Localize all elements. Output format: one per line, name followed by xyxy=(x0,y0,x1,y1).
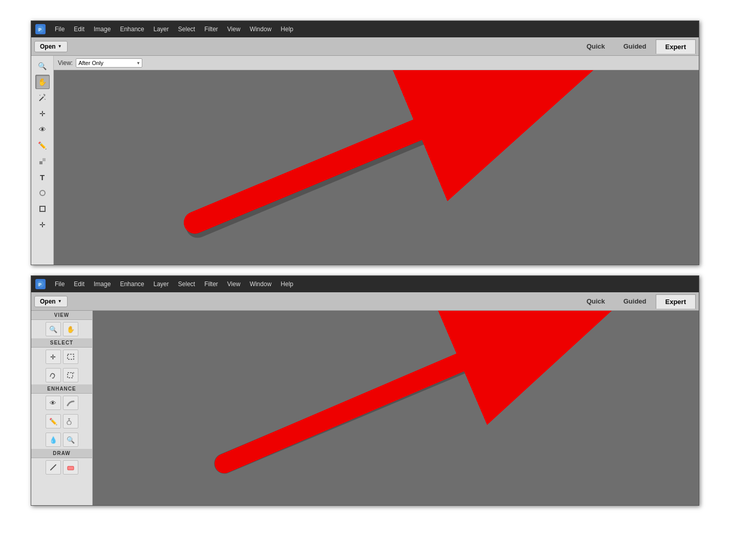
tool-sharpen-2[interactable]: 🔍 xyxy=(63,433,78,447)
tool-stamp-1[interactable] xyxy=(35,154,50,168)
red-arrows-2 xyxy=(93,311,699,505)
menu-view-2[interactable]: View xyxy=(223,278,245,290)
svg-line-18 xyxy=(73,372,74,373)
window-2: P File Edit Image Enhance Layer Select F… xyxy=(31,275,699,506)
enhance-tools-row-2: ✏️ xyxy=(31,412,92,430)
tool-zoom-1[interactable]: 🔍 xyxy=(35,59,50,73)
tool-hand-1[interactable]: ✋ xyxy=(35,75,50,89)
tool-smudge-2[interactable] xyxy=(63,396,78,410)
menu-file-2[interactable]: File xyxy=(51,278,69,290)
draw-tools-row xyxy=(31,458,92,477)
tool-clone-2[interactable] xyxy=(63,414,78,428)
menu-bar-2: File Edit Image Enhance Layer Select Fil… xyxy=(51,278,695,290)
app-icon-2: P xyxy=(35,279,46,289)
tool-redeye-2[interactable]: 👁 xyxy=(46,396,61,410)
tool-eraser-2[interactable] xyxy=(63,460,78,475)
svg-rect-9 xyxy=(40,206,45,211)
tool-magic-wand-1[interactable] xyxy=(35,91,50,105)
menu-layer-1[interactable]: Layer xyxy=(149,24,173,35)
svg-line-11 xyxy=(195,104,479,223)
tab-quick-2[interactable]: Quick xyxy=(577,294,614,309)
tool-magic-select-2[interactable] xyxy=(63,368,78,382)
tool-hand-2[interactable]: ✋ xyxy=(63,322,78,336)
toolbar-2: Open ▼ Quick Guided Expert xyxy=(31,292,699,311)
app-icon-1: P xyxy=(35,24,46,34)
menu-select-1[interactable]: Select xyxy=(174,24,199,35)
menu-image-1[interactable]: Image xyxy=(90,24,115,35)
svg-point-8 xyxy=(40,190,45,196)
menu-help-2[interactable]: Help xyxy=(276,278,297,290)
svg-rect-6 xyxy=(39,161,42,164)
menu-filter-1[interactable]: Filter xyxy=(200,24,222,35)
tool-transform-1[interactable]: ✛ xyxy=(35,218,50,232)
tool-pencil-2[interactable] xyxy=(46,460,61,475)
view-bar-1: View: After Only Before Only Before & Af… xyxy=(54,56,699,70)
mode-tabs-2: Quick Guided Expert xyxy=(577,294,696,309)
section-label-enhance: ENHANCE xyxy=(31,384,92,394)
menu-file-1[interactable]: File xyxy=(51,24,69,35)
tool-eye-1[interactable]: 👁 xyxy=(35,122,50,137)
svg-line-25 xyxy=(224,341,516,464)
menu-select-2[interactable]: Select xyxy=(174,278,199,290)
tab-expert-1[interactable]: Expert xyxy=(656,39,696,54)
open-button-2[interactable]: Open ▼ xyxy=(34,296,68,307)
tool-brush-2[interactable]: ✏️ xyxy=(46,414,61,428)
tab-expert-2[interactable]: Expert xyxy=(656,294,696,309)
menu-enhance-2[interactable]: Enhance xyxy=(116,278,148,290)
tab-quick-1[interactable]: Quick xyxy=(577,39,614,54)
svg-text:P: P xyxy=(38,282,41,287)
menu-filter-2[interactable]: Filter xyxy=(200,278,222,290)
enhance-tools-row-1: 👁 xyxy=(31,394,92,412)
menu-image-2[interactable]: Image xyxy=(90,278,115,290)
tool-move-1[interactable]: ✛ xyxy=(35,106,50,121)
window-1: P File Edit Image Enhance Layer Select F… xyxy=(31,20,699,265)
menu-view-1[interactable]: View xyxy=(223,24,245,35)
section-label-view: VIEW xyxy=(31,311,92,320)
titlebar-2: P File Edit Image Enhance Layer Select F… xyxy=(31,276,699,292)
tool-shape-1[interactable] xyxy=(35,186,50,200)
tool-sponge-2[interactable]: 💧 xyxy=(46,433,61,447)
open-arrow-1: ▼ xyxy=(58,44,62,49)
svg-rect-16 xyxy=(68,354,74,359)
svg-text:P: P xyxy=(38,27,41,32)
svg-line-22 xyxy=(51,465,56,470)
tool-lasso-2[interactable] xyxy=(46,368,61,382)
svg-point-19 xyxy=(67,421,71,425)
view-label-1: View: xyxy=(58,59,73,67)
svg-point-5 xyxy=(45,99,46,100)
svg-line-26 xyxy=(224,339,513,463)
enhance-tools-row-3: 💧 🔍 xyxy=(31,430,92,449)
canvas-wrapper-1: View: After Only Before Only Before & Af… xyxy=(54,56,699,265)
menu-layer-2[interactable]: Layer xyxy=(149,278,173,290)
content-area-1: 🔍 ✋ ✛ 👁 ✏️ T xyxy=(31,56,699,265)
view-select-wrapper: After Only Before Only Before & After - … xyxy=(76,58,142,68)
tab-guided-1[interactable]: Guided xyxy=(614,39,656,54)
view-tools-row: 🔍 ✋ xyxy=(31,320,92,338)
tool-marquee-2[interactable] xyxy=(63,350,78,364)
tab-guided-2[interactable]: Guided xyxy=(614,294,656,309)
open-label-2: Open xyxy=(40,298,56,305)
tool-brush-1[interactable]: ✏️ xyxy=(35,138,50,153)
view-select-1[interactable]: After Only Before Only Before & After - … xyxy=(76,58,142,68)
open-button-1[interactable]: Open ▼ xyxy=(34,41,68,52)
tool-move-2[interactable]: ✛ xyxy=(46,350,61,364)
svg-line-12 xyxy=(198,108,482,226)
mode-tabs-1: Quick Guided Expert xyxy=(577,39,696,54)
menu-edit-1[interactable]: Edit xyxy=(70,24,89,35)
tool-zoom-2[interactable]: 🔍 xyxy=(46,322,61,336)
menu-window-2[interactable]: Window xyxy=(246,278,276,290)
menu-bar-1: File Edit Image Enhance Layer Select Fil… xyxy=(51,24,695,35)
menu-window-1[interactable]: Window xyxy=(246,24,276,35)
canvas-1 xyxy=(54,70,699,265)
section-label-select: SELECT xyxy=(31,338,92,348)
svg-rect-17 xyxy=(68,373,73,378)
svg-line-2 xyxy=(39,97,44,101)
menu-edit-2[interactable]: Edit xyxy=(70,278,89,290)
menu-help-1[interactable]: Help xyxy=(276,24,297,35)
tool-crop-1[interactable] xyxy=(35,202,50,216)
open-arrow-2: ▼ xyxy=(58,299,62,304)
sidebar-1: 🔍 ✋ ✛ 👁 ✏️ T xyxy=(31,56,54,265)
menu-enhance-1[interactable]: Enhance xyxy=(116,24,148,35)
tool-text-1[interactable]: T xyxy=(35,170,50,184)
titlebar-1: P File Edit Image Enhance Layer Select F… xyxy=(31,21,699,37)
